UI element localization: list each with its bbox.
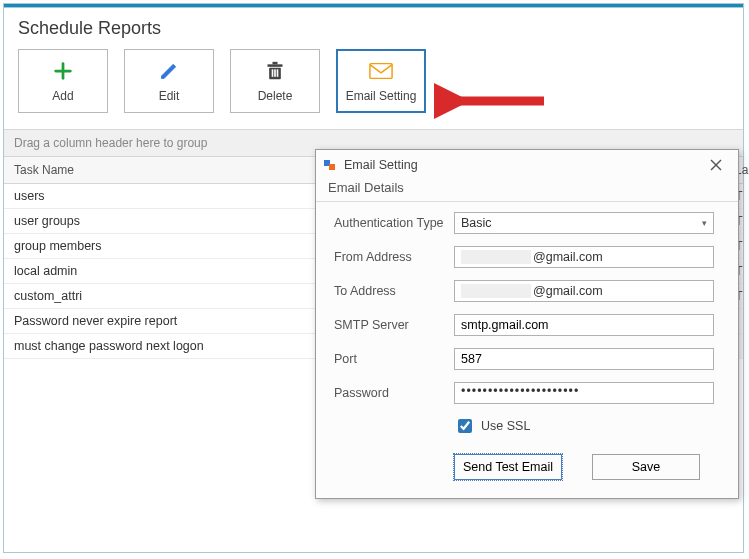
password-input[interactable]: •••••••••••••••••••••• [454, 382, 714, 404]
svg-rect-4 [273, 62, 278, 65]
edit-label: Edit [159, 89, 180, 103]
send-test-email-button[interactable]: Send Test Email [454, 454, 562, 480]
svg-rect-3 [268, 64, 283, 67]
use-ssl-label: Use SSL [481, 419, 530, 433]
email-setting-dialog: Email Setting Email Details Authenticati… [315, 149, 739, 499]
delete-button[interactable]: Delete [230, 49, 320, 113]
to-address-label: To Address [334, 284, 454, 298]
to-address-input[interactable]: @gmail.com [454, 280, 714, 302]
dialog-title: Email Setting [344, 158, 418, 172]
toolbar: Add Edit Delete [4, 45, 743, 129]
port-label: Port [334, 352, 454, 366]
auth-type-label: Authentication Type [334, 216, 454, 230]
edit-button[interactable]: Edit [124, 49, 214, 113]
add-button[interactable]: Add [18, 49, 108, 113]
smtp-server-label: SMTP Server [334, 318, 454, 332]
use-ssl-checkbox[interactable] [458, 419, 472, 433]
close-button[interactable] [704, 156, 728, 174]
svg-rect-8 [370, 64, 392, 79]
close-icon [710, 159, 722, 171]
redacted-text [461, 284, 531, 298]
add-label: Add [52, 89, 73, 103]
redacted-text [461, 250, 531, 264]
password-label: Password [334, 386, 454, 400]
smtp-server-input[interactable] [454, 314, 714, 336]
from-address-label: From Address [334, 250, 454, 264]
trash-icon [263, 59, 287, 83]
from-address-input[interactable]: @gmail.com [454, 246, 714, 268]
port-input[interactable] [454, 348, 714, 370]
pencil-icon [157, 59, 181, 83]
dialog-section-label: Email Details [316, 178, 738, 201]
save-button[interactable]: Save [592, 454, 700, 480]
plus-icon [51, 59, 75, 83]
svg-rect-6 [274, 69, 276, 77]
delete-label: Delete [258, 89, 293, 103]
auth-type-select[interactable]: Basic ▾ [454, 212, 714, 234]
svg-rect-11 [329, 164, 335, 170]
page-title: Schedule Reports [4, 8, 743, 45]
envelope-icon [369, 59, 393, 83]
auth-type-value: Basic [461, 216, 492, 230]
from-address-suffix: @gmail.com [533, 250, 603, 264]
svg-rect-7 [277, 69, 279, 77]
app-icon [324, 158, 338, 172]
to-address-suffix: @gmail.com [533, 284, 603, 298]
email-setting-button[interactable]: Email Setting [336, 49, 426, 113]
svg-rect-5 [272, 69, 274, 77]
chevron-down-icon: ▾ [702, 218, 707, 228]
email-setting-label: Email Setting [346, 89, 417, 103]
